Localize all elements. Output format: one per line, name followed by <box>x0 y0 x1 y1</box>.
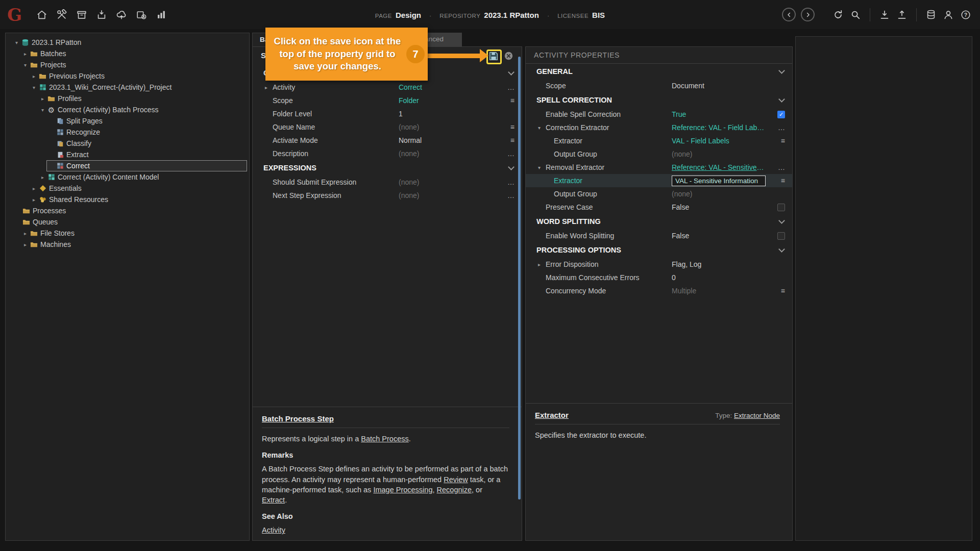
property-row-activity[interactable]: ▸ActivityCorrect… <box>253 81 522 94</box>
expander-icon[interactable]: ▸ <box>30 197 38 203</box>
tree-item-shared-resources[interactable]: ▸Shared Resources <box>6 194 249 205</box>
property-row-scope[interactable]: ScopeFolder≡ <box>253 94 522 107</box>
tree-item-recognize[interactable]: Recognize <box>6 127 249 138</box>
scheduled-box-icon[interactable] <box>135 9 148 21</box>
expander-icon[interactable]: ▾ <box>538 125 546 131</box>
intro-link-batch-process[interactable]: Batch Process <box>361 435 409 443</box>
tree-item-classify[interactable]: Classify <box>6 138 249 149</box>
section-word-splitting[interactable]: WORD SPLITTING <box>526 214 792 229</box>
tree-item-split-pages[interactable]: Split Pages <box>6 115 249 127</box>
expander-icon[interactable]: ▾ <box>39 107 46 113</box>
checkbox[interactable] <box>777 232 785 240</box>
ellipsis-button[interactable]: … <box>507 84 514 91</box>
expander-icon[interactable]: ▸ <box>21 242 29 247</box>
property-row-scope[interactable]: ScopeDocument <box>526 79 792 92</box>
remarks-link-image-processing[interactable]: Image Processing <box>373 486 432 494</box>
stack-icon[interactable] <box>925 9 937 21</box>
tree-item-essentials[interactable]: ▸Essentials <box>6 183 249 194</box>
tree-item-correct-activity-content-model[interactable]: ▸Correct (Activity) Content Model <box>6 171 249 183</box>
chevron-down-icon[interactable] <box>508 69 514 76</box>
expander-icon[interactable]: ▸ <box>30 186 38 191</box>
tree-item-extract[interactable]: Extract <box>6 149 249 160</box>
property-row-output-group[interactable]: Output Group(none) <box>526 147 792 161</box>
ellipsis-button[interactable]: … <box>507 179 514 186</box>
menu-button[interactable]: ≡ <box>781 287 785 294</box>
menu-button[interactable]: ≡ <box>510 137 514 144</box>
ellipsis-button[interactable]: … <box>507 150 514 157</box>
tree-item-2023-1-rpatton[interactable]: ▾2023.1 RPatton <box>6 37 249 48</box>
expander-icon[interactable]: ▾ <box>13 40 20 45</box>
property-row-concurrency-mode[interactable]: Concurrency ModeMultiple≡ <box>526 284 792 297</box>
checkbox[interactable] <box>777 204 785 211</box>
download-icon[interactable] <box>878 9 891 21</box>
tree-item-queues[interactable]: Queues <box>6 216 249 228</box>
search-icon[interactable] <box>849 9 862 21</box>
user-icon[interactable] <box>942 9 954 21</box>
expander-icon[interactable]: ▸ <box>39 174 46 180</box>
tree-item-correct-activity-batch-process[interactable]: ▾⚙Correct (Activity) Batch Process <box>6 104 249 115</box>
expander-icon[interactable]: ▸ <box>30 73 38 79</box>
remarks-link-recognize[interactable]: Recognize <box>437 486 472 494</box>
expander-icon[interactable]: ▸ <box>21 231 29 236</box>
import-box-icon[interactable] <box>95 9 108 21</box>
tree-item-batches[interactable]: ▸Batches <box>6 48 249 59</box>
expander-icon[interactable]: ▾ <box>538 165 546 170</box>
expander-icon[interactable]: ▸ <box>21 51 29 57</box>
tree-item-file-stores[interactable]: ▸File Stores <box>6 228 249 239</box>
menu-button[interactable]: ≡ <box>781 137 785 144</box>
property-row-activate-mode[interactable]: Activate ModeNormal≡ <box>253 134 522 147</box>
tree-item-machines[interactable]: ▸Machines <box>6 239 249 250</box>
type-link[interactable]: Extractor Node <box>734 412 780 419</box>
cloud-upload-icon[interactable] <box>115 9 128 21</box>
archive-icon[interactable] <box>76 9 88 21</box>
forward-icon[interactable] <box>801 8 815 21</box>
property-row-queue-name[interactable]: Queue Name(none)≡ <box>253 120 522 134</box>
menu-button[interactable]: ≡ <box>781 177 785 184</box>
section-processing-options[interactable]: PROCESSING OPTIONS <box>526 242 792 258</box>
chevron-down-icon[interactable] <box>778 246 785 253</box>
menu-button[interactable]: ≡ <box>510 97 514 104</box>
cancel-button[interactable] <box>503 50 514 62</box>
section-general[interactable]: GENERAL <box>526 64 792 79</box>
property-row-enable-word-splitting[interactable]: Enable Word SplittingFalse <box>526 229 792 242</box>
checkbox[interactable]: ✓ <box>777 111 785 118</box>
tree-item-projects[interactable]: ▾Projects <box>6 59 249 70</box>
ellipsis-button[interactable]: … <box>778 164 785 171</box>
tools-icon[interactable] <box>56 9 68 21</box>
property-row-extractor[interactable]: ExtractorVAL - Field Labels≡ <box>526 134 792 147</box>
section-spell-correction[interactable]: SPELL CORRECTION <box>526 92 792 108</box>
property-row-enable-spell-correction[interactable]: Enable Spell CorrectionTrue✓ <box>526 108 792 121</box>
refresh-icon[interactable] <box>832 9 844 21</box>
tree-item-processes[interactable]: Processes <box>6 205 249 216</box>
property-row-folder-level[interactable]: Folder Level1 <box>253 107 522 120</box>
remarks-link-review[interactable]: Review <box>444 475 468 484</box>
property-row-output-group[interactable]: Output Group(none) <box>526 187 792 201</box>
property-row-correction-extractor[interactable]: ▾Correction ExtractorReference: VAL - Fi… <box>526 121 792 134</box>
tree-item-2023-1-wiki-correct-activity-project[interactable]: ▾2023.1_Wiki_Correct-(Activity)_Project <box>6 82 249 93</box>
property-row-extractor[interactable]: ExtractorVAL - Sensitive Information≡ <box>526 174 792 187</box>
help-icon[interactable]: ? <box>960 9 972 21</box>
chevron-down-icon[interactable] <box>778 67 785 74</box>
tree-item-previous-projects[interactable]: ▸Previous Projects <box>6 70 249 82</box>
expander-icon[interactable]: ▾ <box>30 85 38 90</box>
home-icon[interactable] <box>36 9 48 21</box>
property-row-next-step-expression[interactable]: Next Step Expression(none)… <box>253 189 522 202</box>
chevron-down-icon[interactable] <box>778 217 785 224</box>
expander-icon[interactable]: ▸ <box>39 96 46 102</box>
remarks-link-extract[interactable]: Extract <box>262 496 285 504</box>
ellipsis-button[interactable]: … <box>507 192 514 199</box>
tree-item-profiles[interactable]: ▸Profiles <box>6 93 249 104</box>
see-also-link-activity[interactable]: Activity <box>262 526 285 534</box>
expander-icon[interactable]: ▸ <box>538 262 546 267</box>
property-row-maximum-consecutive-errors[interactable]: Maximum Consecutive Errors0 <box>526 271 792 284</box>
menu-button[interactable]: ≡ <box>510 123 514 131</box>
property-row-removal-extractor[interactable]: ▾Removal ExtractorReference: VAL - Sensi… <box>526 161 792 174</box>
expander-icon[interactable]: ▾ <box>21 62 29 68</box>
section-expressions[interactable]: EXPRESSIONS <box>253 160 522 176</box>
ellipsis-button[interactable]: … <box>778 124 785 131</box>
property-row-should-submit-expression[interactable]: Should Submit Expression(none)… <box>253 176 522 189</box>
chevron-down-icon[interactable] <box>778 96 785 103</box>
stats-icon[interactable] <box>155 9 167 21</box>
extractor-value-input[interactable]: VAL - Sensitive Information <box>672 176 766 186</box>
property-row-error-disposition[interactable]: ▸Error DispositionFlag, Log <box>526 258 792 271</box>
